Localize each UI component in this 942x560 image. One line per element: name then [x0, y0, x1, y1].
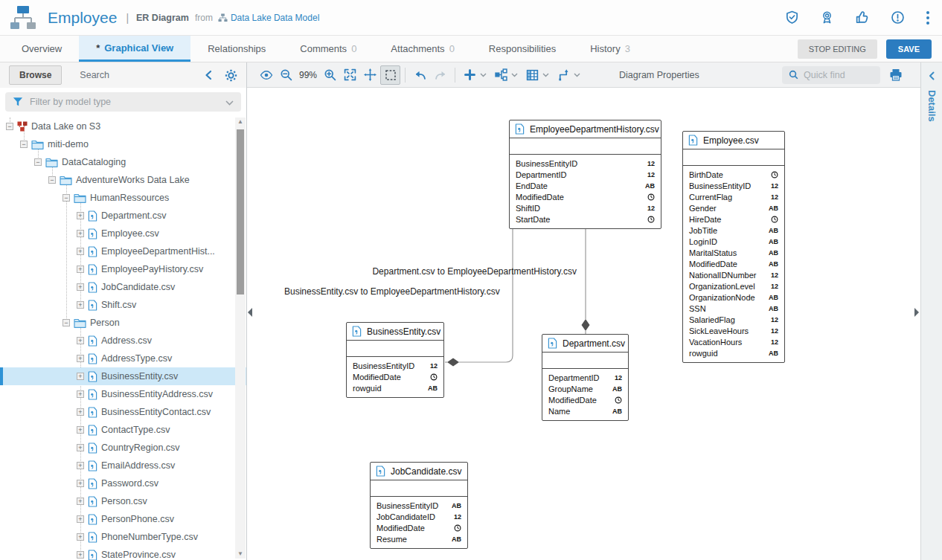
- expand-expander-icon[interactable]: +: [77, 444, 84, 451]
- move-icon[interactable]: [360, 65, 380, 85]
- tab-comments[interactable]: Comments0: [283, 36, 374, 62]
- expand-expander-icon[interactable]: +: [77, 355, 84, 362]
- expand-expander-icon[interactable]: +: [77, 408, 84, 416]
- collapse-expander-icon[interactable]: −: [63, 319, 70, 326]
- expand-expander-icon[interactable]: +: [77, 551, 84, 559]
- tree-item-employee-csv[interactable]: +Employee.csv: [0, 225, 246, 242]
- entity-attribute[interactable]: BusinessEntityID12: [347, 360, 443, 371]
- thumbs-up-icon[interactable]: [855, 10, 870, 25]
- fit-screen-icon[interactable]: [340, 65, 360, 85]
- tree-item-phonenumbertype-csv[interactable]: +PhoneNumberType.csv: [0, 528, 246, 546]
- connector-dropdown-chevron-icon[interactable]: [574, 73, 580, 77]
- tree-item-employeepayhistory-csv[interactable]: +EmployeePayHistory.csv: [0, 260, 246, 278]
- entity-attribute[interactable]: MaritalStatusAB: [683, 247, 784, 258]
- expand-expander-icon[interactable]: +: [77, 498, 84, 505]
- model-type-filter[interactable]: Filter by model type: [5, 92, 241, 112]
- diagram-canvas[interactable]: Department.csv to EmployeeDepartmentHist…: [247, 88, 920, 560]
- entity-attribute[interactable]: OrganizationNodeAB: [683, 292, 784, 303]
- tree-item-data-lake-on-s3[interactable]: −Data Lake on S3: [0, 118, 246, 135]
- expand-expander-icon[interactable]: +: [77, 212, 84, 219]
- expand-expander-icon[interactable]: +: [77, 426, 84, 434]
- tab-overview[interactable]: Overview: [4, 36, 79, 62]
- expand-expander-icon[interactable]: +: [77, 230, 84, 237]
- eye-icon[interactable]: [256, 65, 276, 85]
- expand-expander-icon[interactable]: +: [77, 248, 84, 255]
- tree-item-businessentityaddress-csv[interactable]: +BusinessEntityAddress.csv: [0, 385, 246, 403]
- tab-attachments[interactable]: Attachments0: [374, 36, 472, 62]
- zoom-out-icon[interactable]: [276, 65, 296, 85]
- details-collapse-handle[interactable]: [914, 308, 919, 317]
- details-expand-chevron-icon[interactable]: [928, 71, 935, 80]
- tree-item-department-csv[interactable]: +Department.csv: [0, 207, 246, 225]
- tree-item-businessentitycontact-csv[interactable]: +BusinessEntityContact.csv: [0, 403, 246, 421]
- marquee-select-icon[interactable]: [380, 65, 400, 85]
- entity-attribute[interactable]: ModifiedDate: [347, 371, 443, 382]
- entity-attribute[interactable]: HireDate: [683, 213, 784, 225]
- tab-relationships[interactable]: Relationships: [190, 36, 283, 62]
- entity-attribute[interactable]: ModifiedDateAB: [683, 258, 784, 269]
- save-button[interactable]: SAVE: [886, 39, 932, 59]
- kebab-menu-icon[interactable]: [926, 10, 930, 25]
- entity-attribute[interactable]: rowguidAB: [683, 347, 784, 358]
- diagram-properties-button[interactable]: Diagram Properties: [619, 70, 699, 80]
- tree-item-employeedepartmenthist[interactable]: +EmployeeDepartmentHist...: [0, 242, 246, 260]
- entity-attribute[interactable]: BusinessEntityID12: [683, 180, 784, 191]
- tree-item-personphone-csv[interactable]: +PersonPhone.csv: [0, 510, 246, 528]
- entity-attribute[interactable]: BusinessEntityIDAB: [371, 500, 467, 511]
- entity-employee-csv[interactable]: Employee.csvBirthDateBusinessEntityID12C…: [682, 131, 785, 363]
- entity-jobcandidate-csv[interactable]: JobCandidate.csvBusinessEntityIDABJobCan…: [370, 462, 468, 549]
- scroll-down-icon[interactable]: ▼: [235, 550, 246, 559]
- tree-item-addresstype-csv[interactable]: +AddressType.csv: [0, 350, 246, 367]
- entity-attribute[interactable]: OrganizationLevel12: [683, 280, 784, 292]
- entity-businessentity-csv[interactable]: BusinessEntity.csvBusinessEntityID12Modi…: [346, 322, 444, 398]
- entity-attribute[interactable]: NameAB: [542, 405, 628, 416]
- connector-icon[interactable]: [554, 65, 574, 85]
- entity-attribute[interactable]: SalariedFlag12: [683, 314, 784, 325]
- entity-attribute[interactable]: SSNAB: [683, 303, 784, 314]
- table-dropdown-chevron-icon[interactable]: [542, 73, 549, 77]
- gear-icon[interactable]: [225, 69, 237, 82]
- print-icon[interactable]: [889, 68, 903, 81]
- quick-find-input[interactable]: [804, 70, 874, 80]
- undo-icon[interactable]: [410, 65, 430, 85]
- tree-item-businessentity-csv[interactable]: +BusinessEntity.csv: [0, 367, 246, 385]
- collapse-expander-icon[interactable]: −: [34, 158, 42, 166]
- entity-attribute[interactable]: GroupNameAB: [542, 383, 628, 394]
- tree-item-datacataloging[interactable]: −DataCataloging: [0, 153, 246, 171]
- tree-item-emailaddress-csv[interactable]: +EmailAddress.csv: [0, 457, 246, 474]
- entity-attribute[interactable]: StartDate: [510, 213, 661, 225]
- expand-expander-icon[interactable]: +: [77, 265, 84, 273]
- collapse-expander-icon[interactable]: −: [48, 176, 56, 184]
- entity-attribute[interactable]: ModifiedDate: [371, 522, 467, 533]
- auto-layout-icon[interactable]: [491, 65, 511, 85]
- collapse-expander-icon[interactable]: −: [20, 141, 28, 148]
- details-panel-label[interactable]: Details: [926, 90, 938, 122]
- scroll-up-icon[interactable]: ▲: [235, 118, 246, 126]
- expand-expander-icon[interactable]: +: [77, 462, 84, 469]
- collapse-expander-icon[interactable]: −: [63, 194, 70, 202]
- quick-find[interactable]: [782, 66, 880, 84]
- entity-attribute[interactable]: VacationHours12: [683, 336, 784, 347]
- tree-item-shift-csv[interactable]: +Shift.csv: [0, 296, 246, 314]
- browse-tab[interactable]: Browse: [9, 65, 62, 85]
- scrollbar-thumb[interactable]: [237, 129, 244, 295]
- tree-item-countryregion-csv[interactable]: +CountryRegion.csv: [0, 439, 246, 457]
- award-icon[interactable]: [820, 10, 834, 25]
- entity-attribute[interactable]: ShiftID12: [510, 202, 661, 213]
- tree-item-stateprovince-csv[interactable]: +StateProvince.csv: [0, 546, 246, 560]
- entity-attribute[interactable]: DepartmentID12: [542, 372, 628, 383]
- add-dropdown-chevron-icon[interactable]: [480, 73, 487, 77]
- tree-scrollbar[interactable]: ▲▼: [235, 118, 246, 559]
- alert-circle-icon[interactable]: [891, 10, 905, 25]
- tree-item-jobcandidate-csv[interactable]: +JobCandidate.csv: [0, 278, 246, 296]
- collapse-expander-icon[interactable]: −: [6, 123, 13, 130]
- expand-expander-icon[interactable]: +: [77, 283, 84, 291]
- zoom-in-icon[interactable]: [320, 65, 340, 85]
- tab-responsibilities[interactable]: Responsibilities: [472, 36, 573, 62]
- relationship-label[interactable]: BusinessEntity.csv to EmployeeDepartment…: [284, 286, 515, 297]
- expand-expander-icon[interactable]: +: [77, 533, 84, 541]
- entity-department-csv[interactable]: Department.csvDepartmentID12GroupNameABM…: [542, 334, 629, 421]
- entity-attribute[interactable]: SickLeaveHours12: [683, 325, 784, 336]
- tree-item-adventureworks-data-lake[interactable]: −AdventureWorks Data Lake: [0, 171, 246, 189]
- tree-item-contacttype-csv[interactable]: +ContactType.csv: [0, 421, 246, 439]
